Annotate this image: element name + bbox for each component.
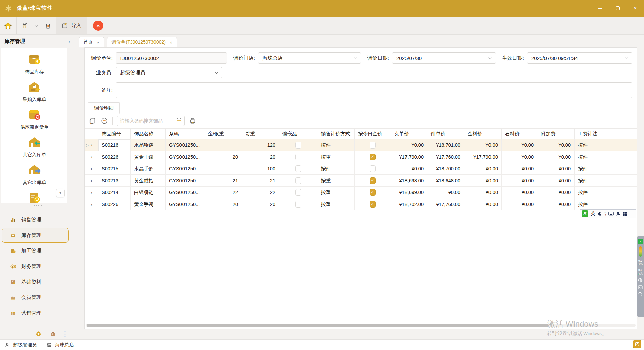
cell-labor-fee-method[interactable]: 按件 xyxy=(575,175,632,186)
cell-barcode[interactable]: GYS001250... xyxy=(166,187,204,198)
adjust-date-select[interactable]: 2025/07/30 xyxy=(392,52,496,64)
cell-gold-material-price[interactable]: ¥0.00 xyxy=(464,139,502,151)
cell-gram-unit-price[interactable]: ¥0.00 xyxy=(391,139,427,151)
cell-item-code[interactable]: S00226 xyxy=(98,198,131,210)
expand-chevron-icon[interactable]: › xyxy=(91,154,92,160)
table-row[interactable]: ›S00213黄金戒指GYS001250...2121按重¥18,698.00¥… xyxy=(85,175,637,187)
row-expander[interactable]: ▷› xyxy=(85,139,98,151)
cell-gold-material-price[interactable]: ¥17,790.00 xyxy=(464,151,502,163)
cell-barcode[interactable]: GYS001250... xyxy=(166,175,204,186)
barcode-scan-icon[interactable] xyxy=(176,118,182,124)
cell-item-code[interactable]: S00216 xyxy=(98,139,131,151)
cell-stone-material-price[interactable]: ¥0.00 xyxy=(502,163,537,174)
expand-chevron-icon[interactable]: › xyxy=(91,166,92,171)
effective-date-select[interactable]: 2025/07/30 09:51:34 xyxy=(527,52,632,64)
expand-chevron-icon[interactable]: › xyxy=(91,178,92,183)
cell-gram-unit-price[interactable]: ¥18,699.00 xyxy=(391,187,427,198)
cell-gram-unit-price[interactable]: ¥18,702.00 xyxy=(391,198,427,210)
screenshot-icon[interactable] xyxy=(638,285,643,289)
cell-gold-silver-weight[interactable]: 20 xyxy=(204,198,242,210)
cell-goods-weight[interactable]: 120 xyxy=(242,139,279,151)
column-header-addon-fee[interactable]: 附加费 xyxy=(537,129,575,139)
home-button[interactable] xyxy=(0,17,16,34)
inlay-checkbox[interactable] xyxy=(295,189,301,196)
cell-gold-material-price[interactable]: ¥0.00 xyxy=(464,187,502,198)
cell-item-name[interactable]: 水晶手链 xyxy=(131,163,166,174)
clerk-select[interactable]: 超级管理员 xyxy=(116,67,222,78)
sidebar-item-jewelry-stock[interactable]: 饰品库存 xyxy=(1,52,67,79)
more-dots-icon[interactable] xyxy=(64,331,66,337)
performance-capsule-icon[interactable] xyxy=(639,246,642,257)
cell-addon-fee[interactable]: ¥0.00 xyxy=(537,198,575,210)
close-button[interactable]: × xyxy=(626,0,644,17)
cell-goods-weight[interactable]: 100 xyxy=(242,163,279,174)
cell-item-code[interactable]: S00226 xyxy=(98,151,131,163)
cell-piece-unit-price[interactable]: ¥17,760.00 xyxy=(427,151,464,163)
store-select[interactable]: 海珠总店 xyxy=(258,52,361,64)
column-header-today-gold-price-checkbox[interactable]: 按今日金价... xyxy=(355,129,391,139)
barcode-search-input[interactable] xyxy=(120,118,176,124)
cell-sale-pricing-method[interactable]: 按件 xyxy=(317,139,355,151)
menu-item-basedata[interactable]: 基础资料 xyxy=(2,274,69,289)
ime-toolbar[interactable]: S 英 ’, xyxy=(580,209,636,218)
cell-gram-unit-price[interactable]: ¥0.00 xyxy=(391,163,427,174)
column-header-gold-material-price[interactable]: 金料价 xyxy=(464,129,502,139)
cell-stone-material-price[interactable]: ¥0.00 xyxy=(502,175,537,186)
print-icon[interactable] xyxy=(189,117,196,125)
ime-keyboard-icon[interactable] xyxy=(608,212,614,216)
menu-item-sales[interactable]: 销售管理 xyxy=(2,212,69,227)
tab-close-icon[interactable]: × xyxy=(97,40,100,45)
row-expander[interactable]: › xyxy=(85,151,98,163)
today-gold-price-checkbox[interactable] xyxy=(370,165,376,172)
table-row[interactable]: ›S00226黄金手镯GYS001250...2020按重¥17,790.00¥… xyxy=(85,151,637,163)
close-form-button[interactable]: × xyxy=(93,21,103,31)
ime-punctuation-mode[interactable]: ’, xyxy=(605,212,606,216)
cell-sale-pricing-method[interactable]: 按重 xyxy=(317,198,355,210)
cell-goods-weight[interactable]: 20 xyxy=(242,198,279,210)
copy-add-icon[interactable] xyxy=(89,117,96,125)
cell-stone-material-price[interactable]: ¥0.00 xyxy=(502,151,537,163)
tab-home[interactable]: 首页 × xyxy=(79,37,104,47)
cell-item-code[interactable]: S00214 xyxy=(98,187,131,198)
ime-logo-icon[interactable]: S xyxy=(582,210,588,217)
cell-piece-unit-price[interactable]: ¥18,648.00 xyxy=(427,175,464,186)
today-gold-price-checkbox[interactable] xyxy=(370,177,376,184)
cell-labor-fee-method[interactable]: 按件 xyxy=(575,198,632,210)
cell-gold-silver-weight[interactable] xyxy=(204,163,242,174)
horizontal-scrollbar[interactable] xyxy=(86,324,636,327)
cell-gold-silver-weight[interactable]: 22 xyxy=(204,187,242,198)
delete-button[interactable] xyxy=(40,17,56,34)
cell-stone-material-price[interactable]: ¥0.00 xyxy=(502,187,537,198)
cell-gold-silver-weight[interactable]: 20 xyxy=(204,151,242,163)
cell-sale-pricing-method[interactable]: 按重 xyxy=(317,151,355,163)
shield-check-icon[interactable]: ✓ xyxy=(638,239,643,244)
cell-gold-silver-weight[interactable] xyxy=(204,139,242,151)
remove-row-icon[interactable] xyxy=(101,117,108,125)
remark-textarea[interactable] xyxy=(116,82,632,98)
save-dropdown-button[interactable] xyxy=(32,17,40,34)
cell-labor-fee-method[interactable]: 按件 xyxy=(575,187,632,198)
cell-addon-fee[interactable]: ¥0.00 xyxy=(537,151,575,163)
cell-item-name[interactable]: 黄金戒指 xyxy=(131,175,166,186)
settings-gear-icon[interactable] xyxy=(35,331,42,337)
expand-chevron-icon[interactable]: › xyxy=(91,201,92,207)
column-header-piece-unit-price[interactable]: 件单价 xyxy=(427,129,464,139)
menu-item-processing[interactable]: 加工管理 xyxy=(2,243,69,258)
cell-item-name[interactable]: 水晶项链 xyxy=(131,139,166,151)
import-button[interactable]: 导入 xyxy=(56,17,87,34)
cell-stone-material-price[interactable]: ¥0.00 xyxy=(502,198,537,210)
column-header-stone-material-price[interactable]: 石料价 xyxy=(502,129,537,139)
cell-item-name[interactable]: 黄金手镯 xyxy=(131,151,166,163)
tab-price-adjust-order[interactable]: 调价单(TJ001250730002) × xyxy=(107,37,177,47)
inlay-checkbox[interactable] xyxy=(295,154,301,160)
swirl-icon[interactable] xyxy=(638,278,643,283)
cell-piece-unit-price[interactable]: ¥0.00 xyxy=(427,187,464,198)
cell-item-name[interactable]: 黄金手镯 xyxy=(131,198,166,210)
column-header-gram-unit-price[interactable]: 克单价 xyxy=(391,129,427,139)
save-button[interactable] xyxy=(17,17,32,34)
cell-piece-unit-price[interactable]: ¥18,700.00 xyxy=(427,163,464,174)
menu-item-member[interactable]: 会员管理 xyxy=(2,290,69,305)
tab-close-icon[interactable]: × xyxy=(170,40,172,45)
cell-barcode[interactable]: GYS001250... xyxy=(166,139,204,151)
scrollbar-thumb[interactable] xyxy=(87,324,548,327)
